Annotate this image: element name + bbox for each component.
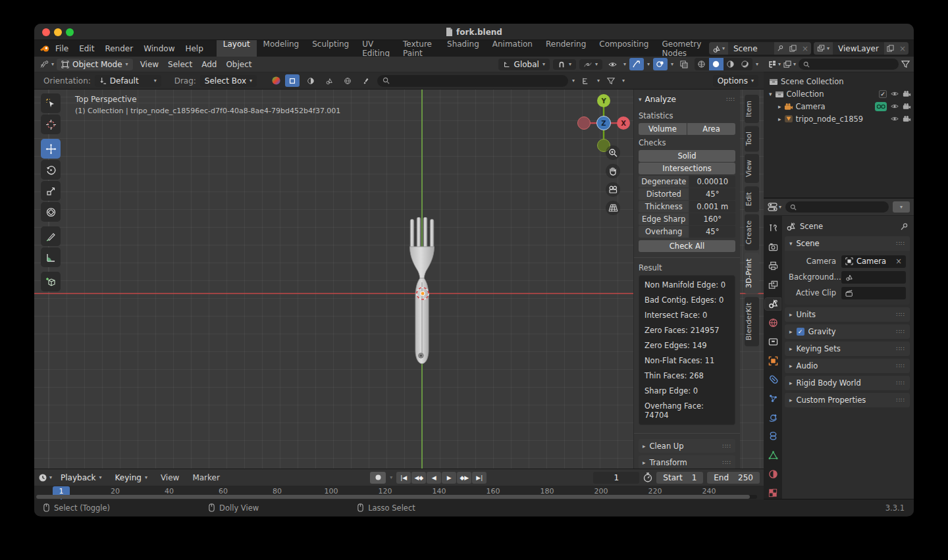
shading-solid-icon[interactable]: [709, 58, 724, 70]
tab-particles-icon[interactable]: [765, 393, 781, 405]
area-button[interactable]: Area: [687, 123, 735, 135]
scene-panel-header[interactable]: ▾Scene∷∷: [785, 236, 910, 251]
tab-render-icon[interactable]: [765, 242, 781, 253]
mode-dropdown[interactable]: Object Mode▾: [57, 59, 133, 70]
select-box-tool-icon[interactable]: [41, 93, 61, 113]
transform-panel-header[interactable]: ▸Transform∷∷: [639, 455, 735, 469]
toggle-perspective-icon[interactable]: [606, 201, 620, 215]
gravity-panel-header[interactable]: ▸✓Gravity∷∷: [785, 324, 910, 339]
menu-item[interactable]: Render: [99, 43, 138, 55]
move-tool-icon[interactable]: [41, 139, 61, 159]
search-history-chevron[interactable]: ▾: [572, 78, 575, 84]
asset-type-hdr-icon[interactable]: [340, 74, 355, 87]
tab-scene-icon[interactable]: [765, 298, 781, 310]
prev-keyframe-button[interactable]: ◀◆: [411, 472, 426, 484]
expand-icon[interactable]: ▾: [769, 91, 772, 97]
n-panel-tab[interactable]: BlenderKit: [745, 297, 759, 346]
n-panel-tab[interactable]: View: [745, 154, 759, 183]
keying-menu[interactable]: Keying▾: [111, 472, 152, 484]
blender-logo-icon[interactable]: [40, 44, 50, 53]
check-solid-button[interactable]: Solid: [639, 150, 735, 162]
clear-camera-icon[interactable]: ×: [895, 257, 902, 266]
check-all-button[interactable]: Check All: [639, 240, 735, 252]
viewport-menu-item[interactable]: View: [136, 59, 163, 70]
tab-material-icon[interactable]: [765, 469, 781, 480]
shading-rendered-icon[interactable]: [738, 58, 752, 70]
show-overlays-toggle[interactable]: [653, 58, 668, 70]
frame-end-field[interactable]: End250: [707, 472, 760, 484]
disable-render-camera-icon[interactable]: [903, 90, 911, 97]
menu-item[interactable]: File: [50, 43, 74, 55]
expand-icon[interactable]: ▸: [778, 116, 781, 122]
viewport-menu-item[interactable]: Object: [221, 59, 256, 70]
browse-scene-icon[interactable]: ▾: [709, 42, 728, 55]
jump-to-end-button[interactable]: ▶|: [472, 472, 487, 484]
play-button[interactable]: ▶: [442, 472, 456, 484]
n-panel-tab[interactable]: 3D-Print: [745, 253, 759, 294]
background-scene-field[interactable]: [841, 271, 906, 284]
outliner-editor-type-icon[interactable]: ▾: [768, 60, 781, 68]
tab-texture-icon[interactable]: [765, 487, 781, 499]
n-panel-tab[interactable]: Item: [745, 95, 759, 123]
check-row[interactable]: Distorted45°: [639, 188, 735, 200]
timeline-editor-type-icon[interactable]: ▾: [38, 473, 52, 482]
hide-viewport-eye-icon[interactable]: [890, 103, 899, 110]
play-reverse-button[interactable]: ◀: [427, 472, 441, 484]
tab-collection-props-icon[interactable]: [765, 336, 781, 347]
asset-type-scene-icon[interactable]: [322, 74, 336, 87]
tab-object-icon[interactable]: [765, 355, 781, 367]
next-keyframe-button[interactable]: ◆▶: [457, 472, 471, 484]
orientation-dropdown[interactable]: Default▾: [95, 75, 161, 87]
options-dropdown[interactable]: Options▾: [713, 75, 758, 87]
asset-type-model-icon[interactable]: [285, 74, 300, 87]
new-view-layer-icon[interactable]: [884, 42, 897, 55]
outliner-search-input[interactable]: [799, 59, 899, 70]
pin-scene-icon[interactable]: [774, 42, 787, 55]
timeline-scrollbar[interactable]: [36, 495, 757, 499]
properties-options-chevron[interactable]: ▾: [893, 201, 910, 213]
outliner-filter-icon[interactable]: [901, 60, 910, 68]
tab-modifiers-icon[interactable]: [765, 374, 781, 386]
frame-start-field[interactable]: Start1: [656, 472, 703, 484]
n-panel-tab[interactable]: Edit: [745, 186, 759, 212]
tab-object-data-icon[interactable]: [765, 449, 781, 461]
analyze-panel-header[interactable]: ▾Analyze∷∷: [639, 93, 735, 108]
tab-tool-icon[interactable]: [765, 222, 781, 234]
rotate-tool-icon[interactable]: [41, 160, 61, 180]
outliner-display-mode-icon[interactable]: ▾: [783, 61, 796, 68]
rigid-body-world-panel-header[interactable]: ▸Rigid Body World∷∷: [785, 376, 910, 390]
timeline-view-menu[interactable]: View: [156, 472, 184, 484]
proportional-editing-dropdown[interactable]: ▾: [579, 59, 602, 70]
n-panel-tab[interactable]: Tool: [745, 126, 759, 151]
auto-keying-record-icon[interactable]: [370, 472, 386, 484]
units-panel-header[interactable]: ▸Units∷∷: [785, 307, 910, 322]
new-scene-icon[interactable]: [787, 42, 799, 55]
collection-checkbox[interactable]: ✓: [879, 90, 887, 98]
xray-toggle[interactable]: [677, 58, 691, 70]
outliner-row-camera[interactable]: ▸ Camera: [764, 100, 914, 113]
menu-item[interactable]: Edit: [74, 43, 99, 55]
shading-wireframe-icon[interactable]: [695, 58, 709, 70]
transform-orientation-dropdown[interactable]: Global▾: [498, 59, 550, 70]
cursor-tool-icon[interactable]: [41, 115, 61, 134]
menu-item[interactable]: Help: [180, 43, 208, 55]
properties-search-input[interactable]: [785, 201, 889, 213]
tab-constraints-icon[interactable]: [765, 430, 781, 442]
tab-physics-icon[interactable]: [765, 411, 781, 423]
check-row[interactable]: Thickness0.001 m: [639, 201, 735, 213]
timeline-marker-menu[interactable]: Marker: [188, 472, 224, 484]
keying-sets-panel-header[interactable]: ▸Keying Sets∷∷: [785, 342, 910, 356]
use-preview-range-icon[interactable]: [643, 472, 652, 482]
pan-view-icon[interactable]: [606, 164, 620, 178]
annotate-tool-icon[interactable]: [41, 226, 61, 246]
tab-view-layer-icon[interactable]: [765, 279, 781, 291]
check-row[interactable]: Edge Sharp160°: [639, 213, 735, 225]
check-row[interactable]: Degenerate0.00010: [639, 176, 735, 188]
volume-button[interactable]: Volume: [639, 123, 687, 135]
transform-tool-icon[interactable]: [41, 202, 61, 222]
snap-dropdown[interactable]: ▾: [553, 59, 576, 70]
viewport-canvas[interactable]: Top Perspective (1) Collection | tripo_n…: [34, 89, 764, 469]
asset-sort-icon[interactable]: [579, 74, 593, 87]
show-gizmo-toggle[interactable]: [629, 58, 644, 70]
clean-up-panel-header[interactable]: ▸Clean Up∷∷: [639, 439, 735, 453]
